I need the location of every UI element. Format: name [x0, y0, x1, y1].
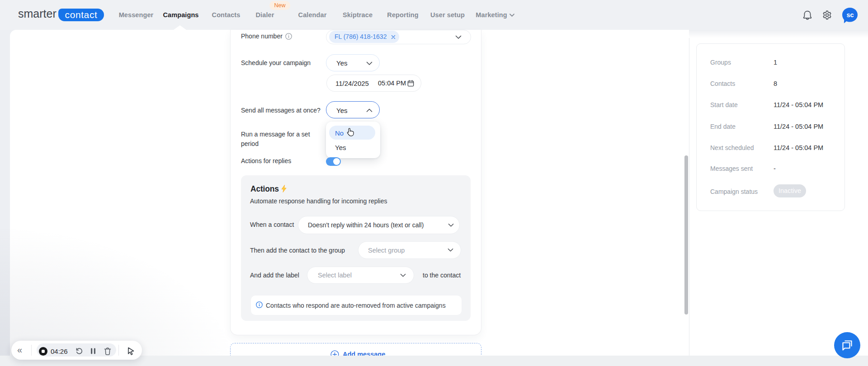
svg-text:sc: sc — [846, 11, 854, 19]
